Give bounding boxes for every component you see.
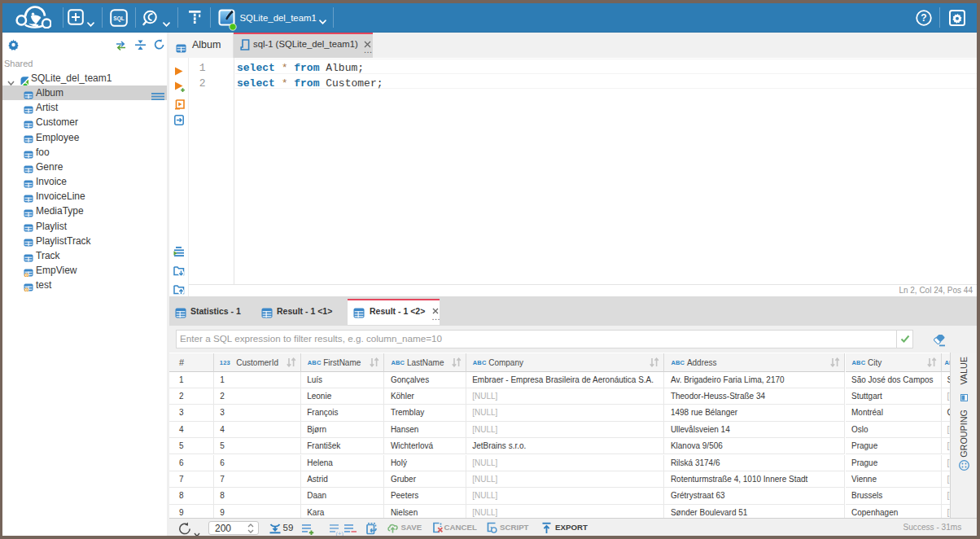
svg-text:SQL: SQL — [113, 15, 124, 22]
svg-text:(+): (+) — [336, 530, 344, 537]
svg-text:?: ? — [921, 12, 926, 24]
